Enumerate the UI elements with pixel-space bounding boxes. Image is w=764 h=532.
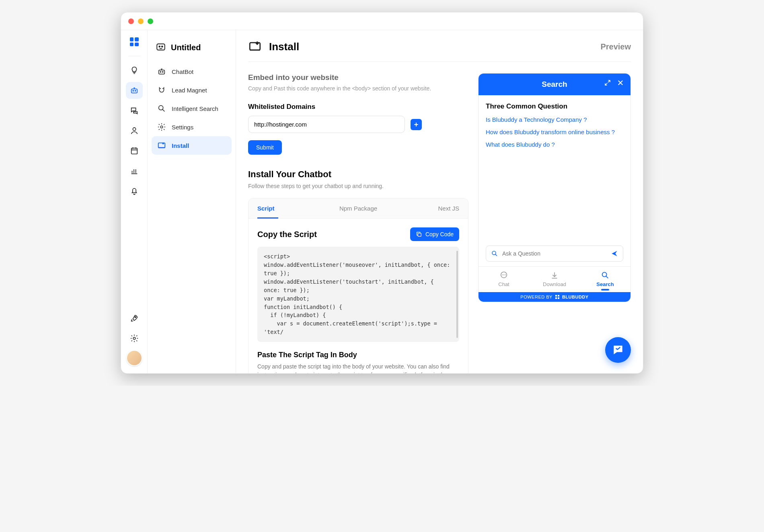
install-icon bbox=[157, 141, 166, 150]
rail-ideas[interactable] bbox=[126, 62, 143, 79]
sidebar-item-label: Install bbox=[172, 142, 189, 149]
widget-nav-chat[interactable]: Chat bbox=[479, 267, 529, 292]
send-icon[interactable] bbox=[611, 250, 618, 257]
calendar-icon bbox=[130, 146, 139, 155]
rail-user[interactable] bbox=[126, 122, 143, 139]
copy-code-button[interactable]: Copy Code bbox=[410, 227, 459, 241]
window-maximize[interactable] bbox=[148, 18, 153, 24]
rail-settings[interactable] bbox=[126, 330, 143, 347]
add-domain-button[interactable] bbox=[411, 119, 422, 130]
project-title: Untitled bbox=[152, 39, 232, 62]
sidebar-item-search[interactable]: Intelligent Search bbox=[152, 99, 232, 118]
chat-launcher[interactable] bbox=[605, 337, 631, 363]
search-icon bbox=[601, 271, 610, 280]
svg-rect-22 bbox=[558, 295, 559, 297]
svg-point-12 bbox=[162, 72, 163, 72]
sidebar-item-settings[interactable]: Settings bbox=[152, 118, 232, 136]
svg-rect-10 bbox=[159, 70, 165, 74]
widget-question[interactable]: What does Blubuddy do ? bbox=[486, 141, 623, 148]
svg-rect-4 bbox=[131, 148, 137, 154]
avatar[interactable] bbox=[126, 350, 142, 366]
rail-notifications[interactable] bbox=[126, 182, 143, 199]
svg-rect-24 bbox=[558, 297, 559, 299]
sidebar-item-label: Settings bbox=[172, 124, 193, 131]
rail-bot[interactable] bbox=[126, 82, 143, 99]
expand-icon[interactable] bbox=[604, 79, 611, 86]
widget-footer: POWERED BY BLUBUDDY bbox=[479, 292, 631, 302]
widget-question[interactable]: How does Blubuddy transform online busin… bbox=[486, 129, 623, 135]
sidebar-item-label: Lead Magnet bbox=[172, 87, 207, 94]
svg-point-1 bbox=[133, 90, 133, 91]
copy-icon bbox=[416, 231, 422, 237]
svg-point-20 bbox=[602, 272, 607, 277]
tab-script[interactable]: Script bbox=[249, 198, 322, 218]
chat-icon bbox=[130, 106, 139, 115]
download-icon bbox=[550, 271, 559, 280]
code-block[interactable]: <script> window.addEventListener('mouseo… bbox=[257, 247, 459, 342]
paste-title: Paste The Script Tag In Body bbox=[257, 351, 459, 359]
sidebar-item-label: Intelligent Search bbox=[172, 105, 218, 112]
search-widget: Search Three Common Question Is Blubuddy… bbox=[478, 73, 631, 302]
svg-point-11 bbox=[160, 72, 161, 72]
svg-point-8 bbox=[159, 46, 160, 47]
tab-npm[interactable]: Npm Package bbox=[322, 198, 394, 218]
widget-search-box[interactable] bbox=[486, 246, 623, 262]
project-name: Untitled bbox=[171, 43, 201, 52]
rail-conversations[interactable] bbox=[126, 102, 143, 119]
svg-rect-23 bbox=[555, 297, 557, 299]
widget-header: Search bbox=[479, 74, 631, 95]
gear-icon bbox=[157, 123, 166, 131]
app-logo-icon[interactable] bbox=[130, 37, 139, 46]
svg-point-18 bbox=[492, 251, 496, 255]
gear-icon bbox=[130, 334, 139, 343]
widget-question[interactable]: Is Blubuddy a Technology Company ? bbox=[486, 116, 623, 123]
sidebar-item-install[interactable]: Install bbox=[152, 136, 232, 155]
sidebar-item-chatbot[interactable]: ChatBot bbox=[152, 62, 232, 81]
plus-icon bbox=[413, 121, 419, 128]
sidebar-item-label: ChatBot bbox=[172, 68, 193, 75]
sidebar: Untitled ChatBot Lead Magnet Intelligent… bbox=[148, 30, 236, 373]
install-subtitle: Follow these steps to get your chatbot u… bbox=[248, 183, 468, 189]
paste-text: Copy and paste the script tag into the b… bbox=[257, 362, 459, 373]
widget-nav-download[interactable]: Download bbox=[529, 267, 580, 292]
embed-title: Embed into your website bbox=[248, 73, 468, 82]
rail-launch[interactable] bbox=[126, 310, 143, 327]
magnet-icon bbox=[157, 86, 166, 94]
install-title: Install Your Chatbot bbox=[248, 169, 468, 180]
sidebar-item-leadmagnet[interactable]: Lead Magnet bbox=[152, 81, 232, 99]
rail-calendar[interactable] bbox=[126, 142, 143, 159]
chart-icon bbox=[130, 166, 139, 175]
page-title: Install bbox=[269, 41, 299, 53]
svg-point-13 bbox=[159, 106, 163, 110]
close-icon[interactable] bbox=[617, 79, 624, 86]
bot-icon bbox=[157, 67, 166, 76]
lightbulb-icon bbox=[130, 66, 139, 75]
bot-icon bbox=[130, 86, 139, 95]
window-minimize[interactable] bbox=[138, 18, 144, 24]
copy-button-label: Copy Code bbox=[425, 231, 454, 237]
search-icon bbox=[491, 250, 498, 257]
widget-search-input[interactable] bbox=[502, 250, 607, 257]
window-close[interactable] bbox=[128, 18, 134, 24]
chat-bubble-icon bbox=[612, 344, 624, 356]
embed-subtitle: Copy and Past this code anywhere in the … bbox=[248, 85, 468, 92]
preview-button[interactable]: Preview bbox=[600, 42, 631, 51]
bot-face-icon bbox=[156, 42, 166, 53]
install-icon bbox=[248, 40, 262, 53]
user-icon bbox=[130, 126, 139, 135]
svg-point-9 bbox=[162, 46, 163, 47]
window-titlebar bbox=[121, 12, 643, 30]
svg-rect-0 bbox=[131, 89, 137, 93]
search-icon bbox=[157, 104, 166, 113]
domain-input[interactable] bbox=[248, 116, 405, 133]
copy-title: Copy the Script bbox=[257, 230, 317, 239]
submit-button[interactable]: Submit bbox=[248, 140, 282, 155]
tab-nextjs[interactable]: Next JS bbox=[394, 198, 468, 218]
rail-analytics[interactable] bbox=[126, 162, 143, 179]
nav-rail bbox=[121, 30, 148, 373]
svg-point-2 bbox=[135, 90, 136, 91]
whitelist-label: Whitelisted Domains bbox=[248, 103, 468, 111]
widget-nav-search[interactable]: Search bbox=[580, 267, 631, 292]
svg-rect-7 bbox=[157, 44, 165, 50]
blubuddy-logo-icon bbox=[555, 295, 560, 299]
